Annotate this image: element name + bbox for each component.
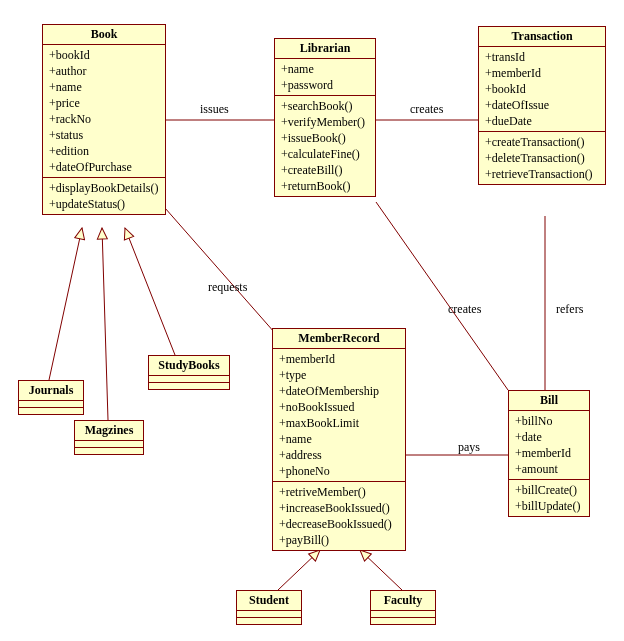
class-magzines-title: Magzines (75, 421, 143, 441)
empty (19, 408, 83, 414)
class-student-title: Student (237, 591, 301, 611)
svg-line-8 (125, 228, 175, 355)
attr: +transId (485, 49, 601, 65)
class-bill-attrs: +billNo +date +memberId +amount (509, 411, 589, 480)
class-memberrecord-ops: +retriveMember() +increaseBookIssued() +… (273, 482, 405, 550)
empty (149, 383, 229, 389)
attr: +dateOfPurchase (49, 159, 161, 175)
empty (75, 448, 143, 454)
op: +verifyMember() (281, 114, 371, 130)
attr: +dateOfIssue (485, 97, 601, 113)
class-faculty: Faculty (370, 590, 436, 625)
attr: +bookId (485, 81, 601, 97)
attr: +memberId (515, 445, 585, 461)
class-librarian-ops: +searchBook() +verifyMember() +issueBook… (275, 96, 375, 196)
op: +billUpdate() (515, 498, 585, 514)
class-transaction-ops: +createTransaction() +deleteTransaction(… (479, 132, 605, 184)
class-bill-title: Bill (509, 391, 589, 411)
attr: +password (281, 77, 371, 93)
op: +increaseBookIssued() (279, 500, 401, 516)
attr: +name (279, 431, 401, 447)
attr: +address (279, 447, 401, 463)
attr: +bookId (49, 47, 161, 63)
class-bill: Bill +billNo +date +memberId +amount +bi… (508, 390, 590, 517)
assoc-label-creates2: creates (448, 302, 481, 317)
class-journals: Journals (18, 380, 84, 415)
op: +retriveMember() (279, 484, 401, 500)
class-studybooks-title: StudyBooks (149, 356, 229, 376)
attr: +type (279, 367, 401, 383)
class-book-title: Book (43, 25, 165, 45)
op: +billCreate() (515, 482, 585, 498)
class-magzines: Magzines (74, 420, 144, 455)
class-memberrecord-attrs: +memberId +type +dateOfMembership +noBoo… (273, 349, 405, 482)
op: +displayBookDetails() (49, 180, 161, 196)
assoc-label-requests: requests (208, 280, 247, 295)
class-student: Student (236, 590, 302, 625)
attr: +billNo (515, 413, 585, 429)
op: +searchBook() (281, 98, 371, 114)
svg-line-9 (278, 550, 320, 590)
op: +retrieveTransaction() (485, 166, 601, 182)
class-book: Book +bookId +author +name +price +rackN… (42, 24, 166, 215)
assoc-label-refers: refers (556, 302, 583, 317)
class-faculty-title: Faculty (371, 591, 435, 611)
class-book-attrs: +bookId +author +name +price +rackNo +st… (43, 45, 165, 178)
class-transaction-title: Transaction (479, 27, 605, 47)
svg-line-10 (360, 550, 402, 590)
op: +payBill() (279, 532, 401, 548)
class-transaction: Transaction +transId +memberId +bookId +… (478, 26, 606, 185)
attr: +name (281, 61, 371, 77)
class-studybooks: StudyBooks (148, 355, 230, 390)
class-transaction-attrs: +transId +memberId +bookId +dateOfIssue … (479, 47, 605, 132)
op: +returnBook() (281, 178, 371, 194)
op: +updateStatus() (49, 196, 161, 212)
op: +issueBook() (281, 130, 371, 146)
svg-line-7 (102, 228, 108, 420)
svg-line-6 (49, 228, 82, 380)
empty (75, 441, 143, 448)
attr: +date (515, 429, 585, 445)
attr: +amount (515, 461, 585, 477)
attr: +name (49, 79, 161, 95)
op: +createBill() (281, 162, 371, 178)
attr: +phoneNo (279, 463, 401, 479)
class-bill-ops: +billCreate() +billUpdate() (509, 480, 589, 516)
class-memberrecord-title: MemberRecord (273, 329, 405, 349)
assoc-label-issues: issues (200, 102, 229, 117)
empty (237, 611, 301, 618)
attr: +memberId (485, 65, 601, 81)
class-journals-title: Journals (19, 381, 83, 401)
empty (371, 618, 435, 624)
attr: +status (49, 127, 161, 143)
attr: +dueDate (485, 113, 601, 129)
attr: +edition (49, 143, 161, 159)
class-librarian-attrs: +name +password (275, 59, 375, 96)
class-librarian-title: Librarian (275, 39, 375, 59)
attr: +dateOfMembership (279, 383, 401, 399)
op: +createTransaction() (485, 134, 601, 150)
attr: +maxBookLimit (279, 415, 401, 431)
empty (19, 401, 83, 408)
op: +deleteTransaction() (485, 150, 601, 166)
attr: +noBookIssued (279, 399, 401, 415)
class-book-ops: +displayBookDetails() +updateStatus() (43, 178, 165, 214)
svg-line-4 (165, 208, 282, 341)
attr: +price (49, 95, 161, 111)
op: +calculateFine() (281, 146, 371, 162)
assoc-label-pays: pays (458, 440, 480, 455)
attr: +rackNo (49, 111, 161, 127)
class-memberrecord: MemberRecord +memberId +type +dateOfMemb… (272, 328, 406, 551)
assoc-label-creates1: creates (410, 102, 443, 117)
op: +decreaseBookIssued() (279, 516, 401, 532)
empty (149, 376, 229, 383)
attr: +author (49, 63, 161, 79)
empty (237, 618, 301, 624)
empty (371, 611, 435, 618)
class-librarian: Librarian +name +password +searchBook() … (274, 38, 376, 197)
attr: +memberId (279, 351, 401, 367)
